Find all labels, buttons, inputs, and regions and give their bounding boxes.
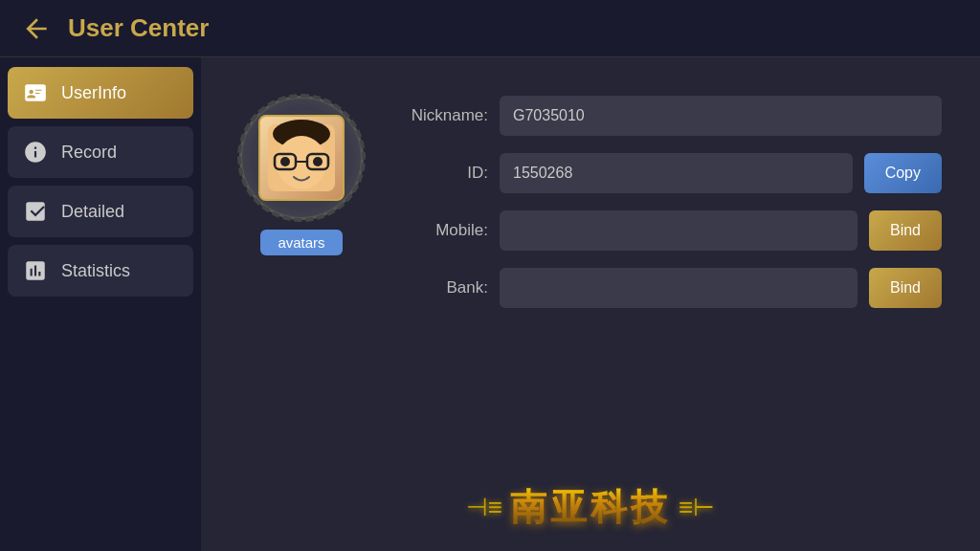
svg-rect-0 bbox=[268, 124, 335, 191]
svg-rect-3 bbox=[275, 154, 296, 169]
main-layout: UserInfo Record Detailed Statistics bbox=[0, 57, 980, 551]
left-wing-icon: ⊣≡ bbox=[466, 493, 502, 522]
svg-point-2 bbox=[277, 136, 326, 189]
statistics-icon bbox=[21, 256, 50, 285]
mobile-label: Mobile: bbox=[402, 221, 488, 240]
mobile-input[interactable] bbox=[500, 210, 858, 251]
brand-footer: ⊣≡ 南亚科技 ≡⊢ bbox=[466, 483, 715, 532]
bank-input[interactable] bbox=[500, 268, 858, 308]
back-button[interactable] bbox=[19, 11, 54, 46]
copy-button[interactable]: Copy bbox=[864, 153, 942, 193]
sidebar-label-record: Record bbox=[61, 143, 117, 163]
page-title: User Center bbox=[68, 13, 209, 43]
right-wing-icon: ≡⊢ bbox=[679, 493, 715, 522]
svg-point-1 bbox=[273, 120, 330, 148]
brand-name: 南亚科技 bbox=[510, 483, 671, 532]
header: User Center bbox=[0, 0, 980, 57]
form-area: Nickname: ID: Copy Mobile: Bind B bbox=[402, 86, 942, 522]
avatar-button[interactable]: avatars bbox=[260, 230, 342, 255]
user-section: avatars Nickname: ID: Copy Mobile: bbox=[239, 86, 942, 522]
sidebar-item-record[interactable]: Record bbox=[8, 126, 193, 178]
userinfo-icon bbox=[21, 78, 50, 107]
svg-rect-4 bbox=[307, 154, 328, 169]
svg-point-6 bbox=[280, 157, 290, 166]
id-label: ID: bbox=[402, 164, 488, 183]
sidebar-label-detailed: Detailed bbox=[61, 202, 124, 222]
bank-row: Bank: Bind bbox=[402, 268, 942, 308]
bank-label: Bank: bbox=[402, 278, 488, 298]
avatar-ring bbox=[239, 96, 364, 220]
detailed-icon bbox=[21, 197, 50, 226]
id-input[interactable] bbox=[500, 153, 853, 193]
sidebar-label-userinfo: UserInfo bbox=[61, 83, 126, 103]
nickname-row: Nickname: bbox=[402, 96, 942, 136]
sidebar-item-statistics[interactable]: Statistics bbox=[8, 245, 193, 297]
sidebar: UserInfo Record Detailed Statistics bbox=[0, 57, 201, 551]
avatar-area: avatars bbox=[239, 86, 364, 522]
nickname-input[interactable] bbox=[500, 96, 942, 136]
sidebar-label-statistics: Statistics bbox=[61, 261, 130, 281]
id-row: ID: Copy bbox=[402, 153, 942, 193]
sidebar-item-detailed[interactable]: Detailed bbox=[8, 186, 193, 237]
record-icon bbox=[21, 138, 50, 166]
avatar bbox=[258, 115, 345, 201]
content-area: avatars Nickname: ID: Copy Mobile: bbox=[201, 57, 980, 551]
svg-point-7 bbox=[313, 157, 323, 166]
sidebar-item-userinfo[interactable]: UserInfo bbox=[8, 67, 193, 119]
mobile-row: Mobile: Bind bbox=[402, 210, 942, 251]
bind-mobile-button[interactable]: Bind bbox=[869, 210, 942, 251]
nickname-label: Nickname: bbox=[402, 106, 488, 125]
bind-bank-button[interactable]: Bind bbox=[869, 268, 942, 308]
